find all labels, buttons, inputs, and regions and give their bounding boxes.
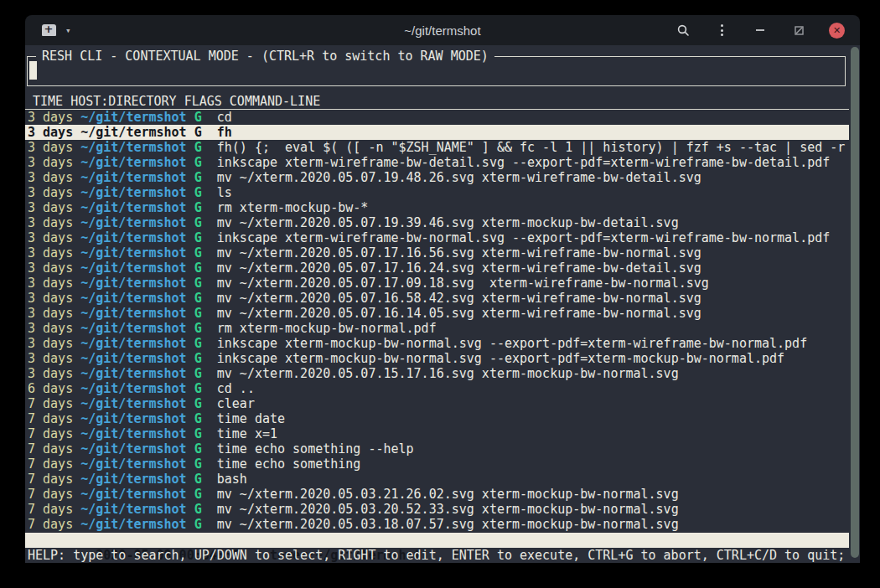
- row-time: 3 days: [28, 125, 80, 140]
- history-row[interactable]: 7 days ~/git/termshot G mv ~/xterm.2020.…: [25, 487, 849, 502]
- history-row[interactable]: 7 days ~/git/termshot G mv ~/xterm.2020.…: [25, 502, 849, 517]
- row-time: 3 days: [28, 155, 80, 170]
- row-flags: G: [194, 200, 217, 215]
- row-time: 7 days: [28, 517, 80, 532]
- history-row[interactable]: 7 days ~/git/termshot G time date: [25, 411, 849, 426]
- row-time: 7 days: [28, 441, 80, 456]
- row-time: 3 days: [28, 140, 80, 155]
- row-host-directory: ~/git/termshot: [80, 306, 194, 321]
- row-flags: G: [194, 260, 217, 276]
- history-column-header: TIME HOST:DIRECTORY FLAGS COMMAND-LINE: [25, 94, 849, 110]
- row-command: bash: [217, 472, 247, 487]
- row-flags: G: [194, 291, 217, 306]
- history-row[interactable]: 3 days ~/git/termshot G mv ~/xterm.2020.…: [25, 366, 849, 381]
- row-time: 3 days: [28, 321, 80, 336]
- history-row[interactable]: 3 days ~/git/termshot G mv ~/xterm.2020.…: [25, 170, 849, 185]
- chevron-down-icon[interactable]: ▾: [65, 26, 71, 35]
- row-time: 3 days: [28, 306, 80, 321]
- row-flags: G: [194, 306, 217, 321]
- history-row[interactable]: 3 days ~/git/termshot G inkscape xterm-w…: [25, 155, 849, 170]
- history-row[interactable]: 3 days ~/git/termshot G inkscape xterm-m…: [25, 336, 849, 351]
- history-row[interactable]: 3 days ~/git/termshot G mv ~/xterm.2020.…: [25, 306, 849, 321]
- row-command: inkscape xterm-wireframe-bw-normal.svg -…: [217, 230, 831, 245]
- history-row[interactable]: 7 days ~/git/termshot G bash: [25, 472, 849, 487]
- row-host-directory: ~/git/termshot: [80, 245, 194, 260]
- history-row[interactable]: 3 days ~/git/termshot G cd: [25, 110, 849, 125]
- history-row[interactable]: 7 days ~/git/termshot G time echo someth…: [25, 456, 849, 472]
- history-row[interactable]: 7 days ~/git/termshot G mv ~/xterm.2020.…: [25, 517, 849, 532]
- restore-button[interactable]: [790, 22, 807, 39]
- row-flags: G: [194, 155, 217, 170]
- history-row[interactable]: 3 days ~/git/termshot G inkscape xterm-m…: [25, 351, 849, 366]
- row-command: mv ~/xterm.2020.05.07.17.16.24.svg xterm…: [217, 260, 701, 276]
- row-host-directory: ~/git/termshot: [80, 110, 194, 125]
- row-host-directory: ~/git/termshot: [80, 200, 194, 215]
- resh-search-input[interactable]: RESH CLI - CONTEXTUAL MODE - (CTRL+R to …: [27, 56, 846, 86]
- row-host-directory: ~/git/termshot: [80, 170, 194, 185]
- search-button[interactable]: [675, 22, 691, 39]
- row-time: 7 days: [28, 472, 80, 487]
- history-row[interactable]: 3 days ~/git/termshot G mv ~/xterm.2020.…: [25, 260, 849, 276]
- row-host-directory: ~/git/termshot: [80, 140, 194, 155]
- row-time: 3 days: [28, 200, 80, 215]
- minimize-button[interactable]: [752, 22, 769, 39]
- scrollbar[interactable]: [851, 47, 859, 558]
- row-host-directory: ~/git/termshot: [80, 336, 194, 351]
- row-flags: G: [194, 396, 217, 411]
- row-command: ls: [217, 185, 232, 200]
- history-row[interactable]: 3 days ~/git/termshot G mv ~/xterm.2020.…: [25, 245, 849, 260]
- history-row[interactable]: 3 days ~/git/termshot G rm xterm-mockup-…: [25, 321, 849, 336]
- history-row[interactable]: 3 days ~/git/termshot G rm xterm-mockup-…: [25, 200, 849, 215]
- row-command: clear: [217, 396, 255, 411]
- row-time: 3 days: [28, 366, 80, 381]
- row-flags: G: [194, 336, 217, 351]
- history-row[interactable]: 3 days ~/git/termshot G ls: [25, 185, 849, 200]
- history-row[interactable]: 7 days ~/git/termshot G time echo someth…: [25, 441, 849, 456]
- history-row[interactable]: 3 days ~/git/termshot G fh() {; eval $( …: [25, 140, 849, 155]
- row-command: mv ~/xterm.2020.05.07.15.17.16.svg xterm…: [217, 366, 679, 381]
- row-host-directory: ~/git/termshot: [80, 351, 194, 366]
- history-row[interactable]: 3 days ~/git/termshot G inkscape xterm-w…: [25, 230, 849, 245]
- row-command: cd ..: [217, 381, 255, 396]
- history-row[interactable]: 3 days ~/git/termshot G fh: [25, 125, 849, 140]
- row-command: time date: [217, 411, 285, 426]
- row-host-directory: ~/git/termshot: [80, 381, 194, 396]
- row-flags: G: [194, 502, 217, 517]
- row-flags: G: [194, 185, 217, 200]
- search-icon: [676, 23, 690, 37]
- row-command: rm xterm-mockup-bw-*: [217, 200, 369, 215]
- row-command: mv ~/xterm.2020.05.07.16.14.05.svg xterm…: [217, 306, 701, 321]
- history-row[interactable]: 7 days ~/git/termshot G time x=1: [25, 426, 849, 441]
- history-row[interactable]: 3 days ~/git/termshot G mv ~/xterm.2020.…: [25, 276, 849, 291]
- row-command: time echo something --help: [217, 441, 414, 456]
- row-flags: G: [194, 351, 217, 366]
- row-command: fh() {; eval $( ([ -n "$ZSH_NAME" ] && f…: [217, 140, 846, 155]
- row-host-directory: ~/git/termshot: [80, 155, 194, 170]
- row-flags: G: [194, 245, 217, 260]
- row-flags: G: [194, 321, 217, 336]
- row-time: 3 days: [28, 245, 80, 260]
- history-row[interactable]: 3 days ~/git/termshot G mv ~/xterm.2020.…: [25, 215, 849, 230]
- row-host-directory: ~/git/termshot: [80, 230, 194, 245]
- menu-button[interactable]: [713, 22, 730, 39]
- row-host-directory: ~/git/termshot: [80, 260, 194, 276]
- row-host-directory: ~/git/termshot: [80, 411, 194, 426]
- new-tab-button[interactable]: [40, 23, 57, 38]
- row-command: mv ~/xterm.2020.05.07.17.16.56.svg xterm…: [217, 245, 701, 260]
- history-row[interactable]: 7 days ~/git/termshot G clear: [25, 396, 849, 411]
- terminal-body: RESH CLI - CONTEXTUAL MODE - (CTRL+R to …: [25, 45, 860, 563]
- history-row[interactable]: 3 days ~/git/termshot G mv ~/xterm.2020.…: [25, 291, 849, 306]
- row-host-directory: ~/git/termshot: [80, 185, 194, 200]
- row-host-directory: ~/git/termshot: [80, 125, 194, 140]
- row-host-directory: ~/git/termshot: [80, 366, 194, 381]
- row-command: inkscape xterm-wireframe-bw-detail.svg -…: [217, 155, 831, 170]
- row-host-directory: ~/git/termshot: [80, 517, 194, 532]
- row-host-directory: ~/git/termshot: [80, 472, 194, 487]
- row-time: 3 days: [28, 260, 80, 276]
- row-flags: G: [194, 276, 217, 291]
- row-command: mv ~/xterm.2020.05.03.20.52.33.svg xterm…: [217, 502, 679, 517]
- row-flags: G: [194, 170, 217, 185]
- row-time: 3 days: [28, 230, 80, 245]
- close-button[interactable]: ✕: [829, 23, 845, 39]
- history-row[interactable]: 6 days ~/git/termshot G cd ..: [25, 381, 849, 396]
